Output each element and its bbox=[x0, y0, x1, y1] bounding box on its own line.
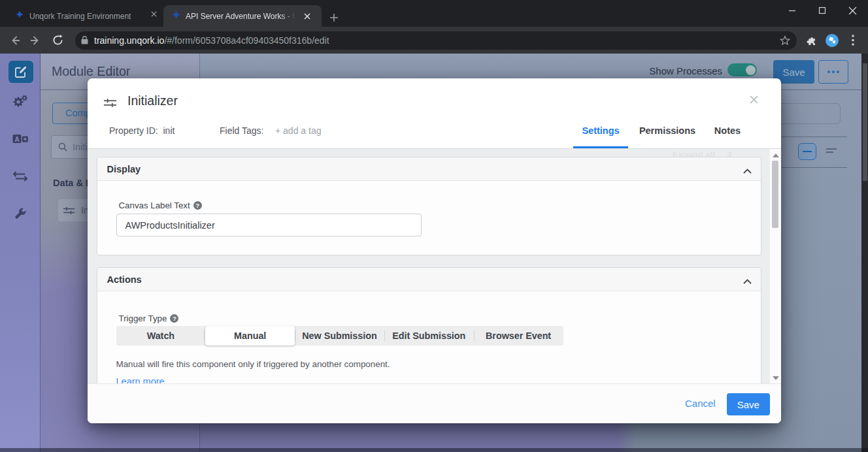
display-panel: Display Canvas Label Text ? AWProductsIn… bbox=[97, 157, 761, 255]
window-maximize-button[interactable] bbox=[812, 3, 832, 18]
browser-tab-inactive[interactable]: Unqork Training Environment bbox=[7, 5, 162, 27]
toggle-knob bbox=[746, 65, 756, 75]
gears-icon bbox=[12, 94, 28, 109]
url-path: /#/form/6053708a4cf09403450f316b/edit bbox=[164, 35, 329, 46]
line bbox=[826, 152, 833, 153]
tab-close-icon[interactable] bbox=[148, 8, 159, 19]
extensions-puzzle-icon[interactable] bbox=[803, 31, 821, 50]
help-question-icon[interactable]: ? bbox=[170, 314, 178, 323]
help-question-icon[interactable]: ? bbox=[193, 201, 202, 210]
browser-page-scrollbar[interactable] bbox=[861, 54, 868, 452]
canvas-label-value: AWProductsInitializer bbox=[125, 220, 215, 231]
scrollbar-thumb[interactable] bbox=[863, 63, 867, 181]
actions-panel: Actions Trigger Type ? Watch Manual New … bbox=[97, 267, 761, 383]
dot bbox=[837, 71, 839, 73]
trigger-option-manual-selected[interactable]: Manual bbox=[205, 326, 295, 346]
left-nav-sidebar: A bbox=[0, 54, 41, 452]
chevron-up-icon[interactable] bbox=[743, 165, 752, 176]
unqork-favicon-icon bbox=[16, 9, 24, 21]
tab-label: Permissions bbox=[639, 125, 695, 136]
tab-label: Settings bbox=[582, 125, 619, 136]
address-bar[interactable]: training.unqork.io/#/form/6053708a4cf094… bbox=[75, 31, 797, 50]
field-tags-label: Field Tags: bbox=[220, 125, 263, 136]
trigger-type-segmented-control: Watch Manual New Submission Edit Submiss… bbox=[116, 326, 563, 346]
nav-tools-item[interactable] bbox=[0, 206, 41, 221]
module-more-button[interactable] bbox=[818, 60, 848, 84]
trigger-option-label: Manual bbox=[234, 331, 266, 341]
nav-settings-item[interactable] bbox=[0, 93, 41, 109]
trigger-option-new-submission[interactable]: New Submission bbox=[295, 326, 384, 346]
chevron-up-icon[interactable] bbox=[743, 276, 752, 286]
tab-notes[interactable]: Notes bbox=[710, 120, 744, 148]
swap-arrows-icon bbox=[13, 171, 27, 182]
line bbox=[826, 148, 837, 150]
tab-title: API Server Adventure Works - Un bbox=[186, 12, 298, 21]
trigger-option-label: Watch bbox=[147, 331, 175, 341]
trigger-option-browser-event[interactable]: Browser Event bbox=[474, 326, 563, 346]
canvas-label-text-label: Canvas Label Text ? bbox=[119, 201, 202, 210]
tab-close-icon[interactable] bbox=[302, 11, 312, 22]
learn-more-link[interactable]: Learn more bbox=[116, 376, 165, 383]
browser-tab-bar: Unqork Training Environment API Server A… bbox=[0, 0, 868, 27]
tab-title: Unqork Training Environment bbox=[29, 12, 131, 21]
trigger-option-label: Edit Submission bbox=[392, 331, 465, 341]
trigger-option-watch[interactable]: Watch bbox=[116, 326, 206, 346]
dot bbox=[827, 71, 830, 73]
tab-label: Notes bbox=[714, 125, 741, 136]
browser-tab-active[interactable]: API Server Adventure Works - Un bbox=[163, 5, 322, 27]
right-panel-divider bbox=[782, 137, 847, 137]
modal-footer: Cancel Save bbox=[88, 383, 781, 423]
url-host: training.unqork.io bbox=[94, 35, 164, 46]
add-tag-button[interactable]: + add a tag bbox=[275, 125, 321, 136]
lock-icon bbox=[81, 36, 88, 44]
bottom-edge bbox=[0, 448, 868, 452]
panel-title: Actions bbox=[107, 274, 142, 285]
nav-module-editor-item[interactable] bbox=[8, 61, 33, 83]
modal-scrollbar[interactable] bbox=[770, 149, 781, 383]
right-panel-divider bbox=[782, 167, 847, 168]
cancel-button[interactable]: Cancel bbox=[685, 398, 716, 409]
minus-icon bbox=[803, 151, 812, 153]
reload-button[interactable] bbox=[48, 31, 67, 50]
tab-settings[interactable]: Settings bbox=[573, 120, 628, 148]
trigger-option-edit-submission[interactable]: Edit Submission bbox=[384, 326, 474, 346]
edit-pencil-icon bbox=[14, 65, 27, 78]
scroll-up-arrow[interactable] bbox=[773, 153, 779, 157]
trigger-option-label: New Submission bbox=[302, 331, 376, 341]
profile-avatar[interactable] bbox=[826, 34, 839, 47]
trigger-help-text: Manual will fire this component only if … bbox=[116, 359, 390, 369]
field-label-text: Canvas Label Text bbox=[119, 201, 190, 210]
display-panel-header[interactable]: Display bbox=[97, 157, 761, 181]
window-minimize-button[interactable] bbox=[782, 3, 802, 18]
window-close-button[interactable] bbox=[843, 3, 862, 18]
screen: Unqork Training Environment API Server A… bbox=[0, 0, 868, 452]
bookmark-star-icon[interactable] bbox=[780, 35, 790, 48]
modal-scrollbar-thumb[interactable] bbox=[772, 161, 778, 228]
page-title: Module Editor bbox=[52, 64, 130, 79]
module-editor-page: A Components Initializer Data & Events bbox=[0, 54, 868, 452]
sliders-icon bbox=[63, 206, 75, 216]
actions-panel-header[interactable]: Actions bbox=[97, 268, 761, 291]
modal-save-button[interactable]: Save bbox=[727, 393, 771, 415]
nav-translations-item[interactable]: A bbox=[0, 131, 41, 147]
browser-menu-kebab-icon[interactable] bbox=[844, 31, 862, 50]
module-save-label: Save bbox=[782, 67, 805, 78]
scroll-down-arrow[interactable] bbox=[773, 376, 779, 380]
modal-save-label: Save bbox=[737, 399, 760, 410]
new-tab-button[interactable] bbox=[326, 10, 342, 25]
svg-text:A: A bbox=[14, 136, 19, 143]
show-processes-toggle[interactable] bbox=[727, 63, 757, 76]
nav-workflows-item[interactable] bbox=[0, 169, 41, 184]
tab-permissions[interactable]: Permissions bbox=[636, 120, 699, 148]
canvas-label-text-input[interactable]: AWProductsInitializer bbox=[116, 214, 422, 236]
collapse-minus-button[interactable] bbox=[798, 143, 816, 160]
back-button[interactable] bbox=[6, 31, 24, 50]
show-processes-label: Show Processes bbox=[592, 65, 722, 76]
property-id-value[interactable]: init bbox=[163, 125, 175, 136]
forward-button[interactable] bbox=[26, 31, 44, 50]
outline-lines-icon bbox=[826, 148, 837, 155]
property-id-label: Property ID: bbox=[109, 125, 158, 136]
modal-body: Expand all 3 Display Canvas Label Text ? bbox=[88, 148, 781, 383]
modal-close-icon[interactable] bbox=[747, 93, 760, 106]
initializer-config-modal: Initializer Property ID: init Field Tags… bbox=[88, 78, 781, 423]
